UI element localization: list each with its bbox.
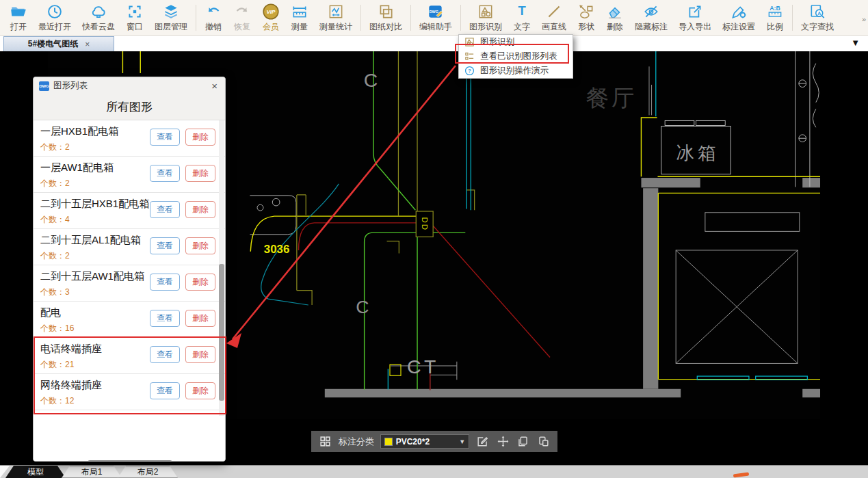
export-excel-button[interactable]: 导出列表到Excel — [88, 460, 172, 462]
view-button[interactable]: 查看 — [150, 346, 180, 363]
toolbar-annotation-settings[interactable]: 标注设置 — [717, 1, 761, 35]
toolbar-draw-line[interactable]: 画直线 — [536, 1, 572, 35]
toolbar-measure-stats[interactable]: 测量统计 — [314, 1, 358, 35]
shape-row-3[interactable]: 二到十五层HXB1配电箱 个数：4 查看删除 — [34, 193, 226, 229]
tab-list-caret-icon[interactable]: ▼ — [851, 38, 860, 48]
toolbar-undo[interactable]: 撤销 — [199, 1, 228, 35]
toolbar-hide-annotations[interactable]: 隐藏标注 — [629, 1, 673, 35]
shape-recognition-menu: 图形识别 查看已识别图形列表 ? 图形识别操作演示 — [458, 34, 573, 79]
toolbar-text-search[interactable]: A 文字查找 — [795, 1, 839, 35]
drawing-tab-active[interactable]: 5#楼电气图纸 × — [3, 36, 114, 51]
toolbar-open[interactable]: 打开 — [4, 1, 33, 35]
toolbar-text[interactable]: T 文字 — [508, 1, 536, 35]
toolbar-recent[interactable]: 最近打开 — [33, 1, 77, 35]
recognized-list-icon — [464, 51, 475, 62]
toolbar-drawing-compare[interactable]: 图纸对比 — [364, 1, 408, 35]
category-select[interactable]: PVC20*2 ▼ — [380, 434, 470, 449]
grid-categories-icon[interactable] — [318, 434, 332, 449]
toolbar-measure[interactable]: 测量 — [285, 1, 314, 35]
eye-slash-icon — [642, 3, 660, 21]
vip-badge-icon: VIP — [262, 3, 280, 21]
view-button[interactable]: 查看 — [150, 382, 180, 399]
fridge-label: 冰箱 — [676, 143, 720, 163]
redo-icon — [233, 3, 251, 21]
toolbar-import-export[interactable]: 导入导出 — [673, 1, 717, 35]
toolbar-cloud[interactable]: 快看云盘 — [77, 1, 120, 35]
compare-sheets-icon — [377, 3, 395, 21]
paste-annotation-icon[interactable] — [536, 434, 551, 449]
delete-button[interactable]: 删除 — [185, 165, 215, 182]
svg-text:A: A — [817, 10, 821, 15]
shape-row-1[interactable]: 一层HXB1配电箱 个数：2 查看删除 — [34, 120, 226, 157]
toolbar-window[interactable]: 窗口 — [120, 1, 149, 35]
toolbar-delete[interactable]: 删除 — [601, 1, 629, 35]
shape-row-2[interactable]: 一层AW1配电箱 个数：2 查看删除 — [34, 157, 226, 193]
toolbar-scale[interactable]: A:B 比例 — [761, 1, 789, 35]
svg-text:T: T — [518, 3, 526, 18]
edit-annotation-icon[interactable] — [475, 434, 490, 449]
toolbar-separator — [460, 5, 461, 31]
menu-item-view-recognized-list[interactable]: 查看已识别图形列表 — [459, 49, 573, 64]
toolbar-layers[interactable]: 图层管理 — [149, 1, 193, 35]
sheet-tab-layout2[interactable]: 布局2 — [118, 466, 178, 478]
sheet-tab-layout1[interactable]: 布局1 — [62, 466, 122, 478]
panel-titlebar[interactable]: DWG 图形列表 × — [34, 77, 225, 94]
panel-title: 图形列表 — [53, 80, 205, 92]
view-button[interactable]: 查看 — [150, 237, 180, 254]
panel-scrollbar-thumb[interactable] — [219, 264, 224, 401]
copy-annotation-icon[interactable] — [516, 434, 531, 449]
ruler-measure-icon — [291, 3, 308, 21]
shape-row-4[interactable]: 二到十五层AL1配电箱 个数：2 查看删除 — [34, 229, 226, 265]
toolbar-separator — [410, 5, 411, 31]
delete-button[interactable]: 删除 — [185, 129, 215, 146]
shapes-pen-icon — [577, 3, 595, 21]
move-annotation-icon[interactable] — [496, 434, 510, 449]
delete-button[interactable]: 删除 — [185, 201, 215, 218]
view-button[interactable]: 查看 — [150, 274, 180, 291]
undo-icon — [205, 3, 222, 21]
shape-row-5[interactable]: 二到十五层AW1配电箱 个数：3 查看删除 — [34, 265, 226, 302]
sheet-tab-model[interactable]: 模型 — [5, 466, 66, 478]
classification-label: 标注分类 — [339, 436, 374, 448]
toolbar-edit-assistant[interactable]: DWG 编辑助手 — [414, 1, 458, 35]
delete-button[interactable]: 删除 — [185, 274, 215, 291]
toolbar-shape-recognition[interactable]: 图形识别 — [464, 1, 508, 35]
delete-button[interactable]: 删除 — [185, 310, 215, 327]
panel-close-icon[interactable]: × — [209, 80, 220, 92]
view-button[interactable]: 查看 — [150, 165, 180, 182]
pencil-gear-icon — [730, 3, 748, 21]
dining-room-label: 餐厅 — [586, 85, 637, 111]
toolbar-overflow-chevron[interactable]: » — [862, 15, 866, 23]
shape-row-6[interactable]: 配电 个数：16 查看删除 — [34, 302, 226, 338]
text-search-icon: A — [808, 3, 826, 21]
shape-row-7[interactable]: 电话终端插座 个数：21 查看删除 — [34, 338, 226, 374]
toolbar-separator — [196, 5, 196, 31]
menu-item-recognition-demo[interactable]: ? 图形识别操作演示 — [459, 64, 573, 78]
tab-close-icon[interactable]: × — [85, 40, 90, 49]
circuit-label-c-mid: C — [356, 297, 369, 317]
category-color-swatch — [384, 438, 393, 446]
chevron-down-icon: ▼ — [459, 438, 465, 445]
delete-button[interactable]: 删除 — [185, 237, 215, 254]
delete-button[interactable]: 删除 — [185, 346, 215, 363]
toolbar-vip[interactable]: VIP 会员 — [257, 1, 285, 35]
import-export-icon — [686, 3, 704, 21]
toolbar-shapes[interactable]: 形状 — [572, 1, 601, 35]
delete-button[interactable]: 删除 — [185, 382, 215, 399]
annotation-classification-bar: 标注分类 PVC20*2 ▼ — [311, 431, 557, 452]
shape-row-8[interactable]: 网络终端插座 个数：12 查看删除 — [34, 374, 226, 410]
shape-list-panel: DWG 图形列表 × 所有图形 一层HXB1配电箱 个数：2 查看删除 一层AW… — [33, 77, 226, 462]
svg-text:VIP: VIP — [266, 9, 276, 15]
view-button[interactable]: 查看 — [150, 129, 180, 146]
circuit-label-ct: CT — [407, 356, 439, 377]
panel-scrollbar-track[interactable] — [219, 120, 224, 416]
view-button[interactable]: 查看 — [150, 310, 180, 327]
dwg-app-icon: DWG — [39, 81, 49, 91]
dd-junction-box: DD — [416, 211, 433, 237]
svg-text:DWG: DWG — [430, 9, 438, 13]
view-button[interactable]: 查看 — [150, 201, 180, 218]
drawing-tabstrip: 5#楼电气图纸 × ▼ — [0, 36, 868, 51]
line-tool-icon — [545, 3, 563, 21]
toolbar-redo[interactable]: 恢复 — [228, 1, 257, 35]
menu-item-shape-recognition[interactable]: 图形识别 — [459, 35, 573, 49]
